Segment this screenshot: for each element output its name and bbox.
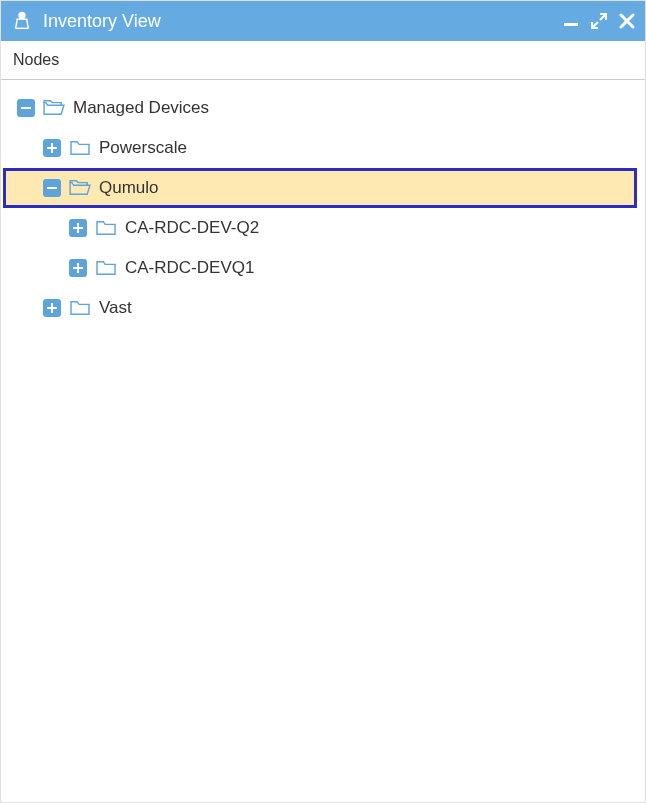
collapse-icon[interactable]: [43, 179, 61, 197]
tree: Managed Devices Powerscale Qumulo CA-RDC…: [1, 80, 645, 336]
section-header: Nodes: [1, 41, 645, 80]
svg-line-2: [16, 19, 18, 28]
svg-line-3: [27, 19, 29, 28]
titlebar: Inventory View: [1, 1, 645, 41]
tree-node-label: CA-RDC-DEVQ1: [125, 258, 254, 278]
tree-node-label: Managed Devices: [73, 98, 209, 118]
tree-node-label: CA-RDC-DEV-Q2: [125, 218, 259, 238]
close-icon[interactable]: [619, 13, 635, 29]
tree-node-powerscale[interactable]: Powerscale: [3, 128, 643, 168]
titlebar-left: Inventory View: [11, 10, 161, 32]
expand-icon[interactable]: [69, 259, 87, 277]
tree-node-label: Powerscale: [99, 138, 187, 158]
tree-node-ca-rdc-devq1[interactable]: CA-RDC-DEVQ1: [3, 248, 643, 288]
folder-open-icon: [69, 179, 91, 197]
folder-icon: [95, 219, 117, 237]
app-icon: [11, 10, 33, 32]
window-title: Inventory View: [43, 11, 161, 32]
tree-node-managed-devices[interactable]: Managed Devices: [3, 88, 643, 128]
expand-icon[interactable]: [43, 139, 61, 157]
folder-icon: [69, 299, 91, 317]
folder-icon: [69, 139, 91, 157]
tree-node-label: Qumulo: [99, 178, 159, 198]
folder-open-icon: [43, 99, 65, 117]
tree-node-vast[interactable]: Vast: [3, 288, 643, 328]
maximize-icon[interactable]: [591, 13, 607, 29]
collapse-icon[interactable]: [17, 99, 35, 117]
folder-icon: [95, 259, 117, 277]
tree-node-label: Vast: [99, 298, 132, 318]
minimize-icon[interactable]: [563, 13, 579, 29]
tree-node-ca-rdc-dev-q2[interactable]: CA-RDC-DEV-Q2: [3, 208, 643, 248]
svg-rect-5: [564, 23, 578, 26]
tree-node-qumulo[interactable]: Qumulo: [3, 168, 637, 208]
titlebar-controls: [563, 13, 635, 29]
expand-icon[interactable]: [69, 219, 87, 237]
expand-icon[interactable]: [43, 299, 61, 317]
svg-point-0: [19, 13, 25, 19]
